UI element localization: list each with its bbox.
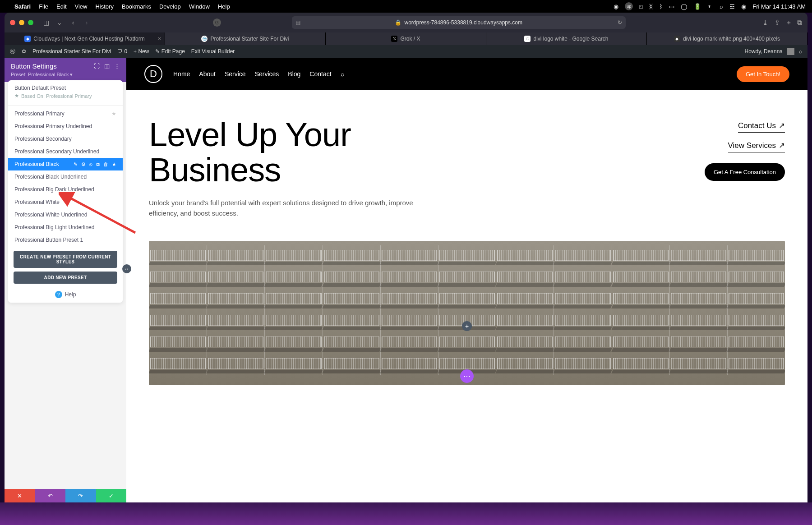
tab-close-icon[interactable]: × bbox=[158, 36, 161, 42]
reader-icon[interactable]: ▤ bbox=[295, 19, 300, 26]
reload-icon[interactable]: ↻ bbox=[618, 19, 622, 26]
sidebar-toggle-icon[interactable]: ◫ bbox=[42, 19, 51, 26]
wifi-icon[interactable]: ᯤ bbox=[707, 3, 713, 10]
preset-item[interactable]: Professional Big Light Underlined bbox=[8, 221, 123, 234]
new-tab-icon[interactable]: + bbox=[787, 18, 791, 27]
wp-search-icon[interactable]: ⌕ bbox=[799, 48, 802, 55]
tabs-overview-icon[interactable]: ⧉ bbox=[797, 18, 802, 27]
discard-button[interactable]: ✕ bbox=[5, 489, 35, 502]
nav-about[interactable]: About bbox=[199, 70, 216, 78]
macos-menubar: Safari File Edit View History Bookmarks … bbox=[0, 0, 812, 13]
wp-site-name[interactable]: Professional Starter Site For Divi bbox=[32, 48, 111, 55]
star-icon[interactable]: ★ bbox=[112, 161, 116, 167]
preset-item[interactable]: Professional Big Dark Underlined bbox=[8, 183, 123, 196]
tab-divi-logo[interactable]: ◆ divi-logo-mark-white.png 400×400 pixel… bbox=[647, 32, 807, 45]
menu-help[interactable]: Help bbox=[218, 3, 230, 10]
preset-item[interactable]: Professional Secondary Underlined bbox=[8, 145, 123, 158]
display-icon[interactable]: ▭ bbox=[669, 3, 674, 10]
panel-preset-selector[interactable]: Preset: Professional Black ▾ bbox=[11, 72, 120, 78]
trash-icon[interactable]: 🗑 bbox=[103, 161, 108, 167]
contact-us-link[interactable]: Contact Us ↗ bbox=[738, 121, 785, 133]
copy-icon[interactable]: ⧉ bbox=[96, 161, 100, 167]
nav-forward-icon[interactable]: › bbox=[82, 19, 91, 26]
control-center-icon[interactable]: ☲ bbox=[729, 3, 735, 10]
tab-grok[interactable]: 𝕏 Grok / X bbox=[326, 32, 486, 45]
add-preset-button[interactable]: ADD NEW PRESET bbox=[14, 272, 117, 284]
download-icon[interactable]: ⤓ bbox=[762, 18, 768, 27]
star-icon[interactable]: ★ bbox=[111, 111, 116, 117]
user-icon[interactable]: ◯ bbox=[681, 3, 687, 10]
battery-icon[interactable]: 🔋 bbox=[694, 3, 701, 10]
edit-icon[interactable]: ✎ bbox=[74, 161, 78, 167]
bluetooth-icon[interactable]: ᛒ bbox=[659, 3, 663, 10]
preset-item[interactable]: Professional Primary★ bbox=[8, 107, 123, 120]
preset-item[interactable]: Professional Secondary bbox=[8, 133, 123, 145]
menu-edit[interactable]: Edit bbox=[56, 3, 66, 10]
share-icon[interactable]: ⇪ bbox=[775, 18, 780, 27]
menu-file[interactable]: File bbox=[39, 3, 48, 10]
menu-window[interactable]: Window bbox=[189, 3, 210, 10]
nav-services[interactable]: Services bbox=[255, 70, 279, 78]
window-minimize-icon[interactable] bbox=[19, 20, 24, 25]
nav-search-icon[interactable]: ⌕ bbox=[341, 70, 344, 78]
expand-icon[interactable]: ⛶ bbox=[94, 63, 100, 69]
menubar-clock[interactable]: Fri Mar 14 11:43 AM bbox=[752, 3, 806, 10]
site-logo-icon[interactable]: D bbox=[144, 65, 162, 83]
redo-button[interactable]: ↷ bbox=[65, 489, 96, 502]
menu-view[interactable]: View bbox=[75, 3, 88, 10]
preset-item-selected[interactable]: Professional Black ✎ ⚙ ⎋ ⧉ 🗑 ★ bbox=[8, 158, 123, 170]
preset-item[interactable]: Professional White bbox=[8, 196, 123, 208]
more-icon[interactable]: ⋮ bbox=[114, 63, 120, 69]
wp-exit-vb[interactable]: Exit Visual Builder bbox=[191, 48, 235, 55]
tab-cloudways[interactable]: ◆ Cloudways | Next-Gen Cloud Hosting Pla… bbox=[5, 32, 165, 45]
nav-blog[interactable]: Blog bbox=[288, 70, 300, 78]
airpods-icon[interactable]: ᛤ bbox=[649, 3, 653, 10]
nav-service[interactable]: Service bbox=[225, 70, 246, 78]
menu-bookmarks[interactable]: Bookmarks bbox=[122, 3, 151, 10]
get-in-touch-button[interactable]: Get In Touch! bbox=[737, 66, 789, 82]
create-preset-button[interactable]: CREATE NEW PRESET FROM CURRENT STYLES bbox=[14, 251, 117, 268]
wp-edit-page[interactable]: ✎ Edit Page bbox=[155, 48, 185, 55]
save-button[interactable]: ✓ bbox=[96, 489, 127, 502]
wp-howdy[interactable]: Howdy, Deanna bbox=[745, 48, 783, 55]
add-module-button[interactable]: + bbox=[462, 321, 472, 331]
chevron-down-icon[interactable]: ⌄ bbox=[55, 19, 64, 26]
tab-divi-site[interactable]: ⓦ Professional Starter Site For Divi bbox=[165, 32, 326, 45]
divi-icon[interactable]: ✿ bbox=[22, 48, 26, 55]
address-bar[interactable]: ▤ 🔒 wordpress-784896-5338819.cloudwaysap… bbox=[292, 16, 626, 29]
default-preset-label[interactable]: Button Default Preset bbox=[8, 80, 123, 93]
preset-item[interactable]: Professional Primary Underlined bbox=[8, 120, 123, 133]
dock-icon[interactable]: ◫ bbox=[104, 63, 110, 69]
panel-resize-handle[interactable]: ↔ bbox=[122, 264, 131, 273]
free-consultation-button[interactable]: Get A Free Consultation bbox=[705, 163, 785, 181]
view-services-link[interactable]: View Services ↗ bbox=[728, 141, 785, 152]
nav-contact[interactable]: Contact bbox=[309, 70, 331, 78]
preset-item[interactable]: Professional Button Preset 1 bbox=[8, 234, 123, 246]
nav-home[interactable]: Home bbox=[173, 70, 190, 78]
grammarly-icon[interactable]: G bbox=[213, 18, 221, 27]
wp-comments[interactable]: 🗨 0 bbox=[117, 48, 127, 55]
menu-develop[interactable]: Develop bbox=[159, 3, 181, 10]
gear-icon[interactable]: ⚙ bbox=[81, 161, 86, 167]
wordpress-icon[interactable]: ⓦ bbox=[10, 48, 15, 55]
screen-icon[interactable]: ⏍ bbox=[639, 3, 643, 10]
spotlight-icon[interactable]: ⌕ bbox=[720, 3, 723, 10]
window-close-icon[interactable] bbox=[10, 20, 15, 25]
wp-avatar-icon[interactable] bbox=[787, 48, 794, 55]
help-link[interactable]: ? Help bbox=[8, 286, 123, 303]
section-settings-button[interactable]: ⋯ bbox=[460, 369, 474, 383]
wp-new[interactable]: + New bbox=[134, 48, 149, 55]
link-icon[interactable]: ⎋ bbox=[89, 161, 92, 167]
preset-item[interactable]: Professional White Underlined bbox=[8, 208, 123, 221]
preset-item[interactable]: Professional Black Underlined bbox=[8, 170, 123, 183]
nav-back-icon[interactable]: ‹ bbox=[69, 19, 78, 26]
undo-button[interactable]: ↶ bbox=[35, 489, 66, 502]
menu-history[interactable]: History bbox=[95, 3, 113, 10]
hero-image[interactable]: + ⋯ bbox=[149, 241, 785, 385]
tab-google[interactable]: G divi logo white - Google Search bbox=[486, 32, 647, 45]
siri-icon[interactable]: ◉ bbox=[741, 3, 746, 10]
menu-app[interactable]: Safari bbox=[14, 3, 31, 10]
window-maximize-icon[interactable] bbox=[28, 20, 33, 25]
upwork-icon[interactable]: up bbox=[625, 2, 633, 10]
record-icon[interactable]: ◉ bbox=[614, 3, 618, 10]
